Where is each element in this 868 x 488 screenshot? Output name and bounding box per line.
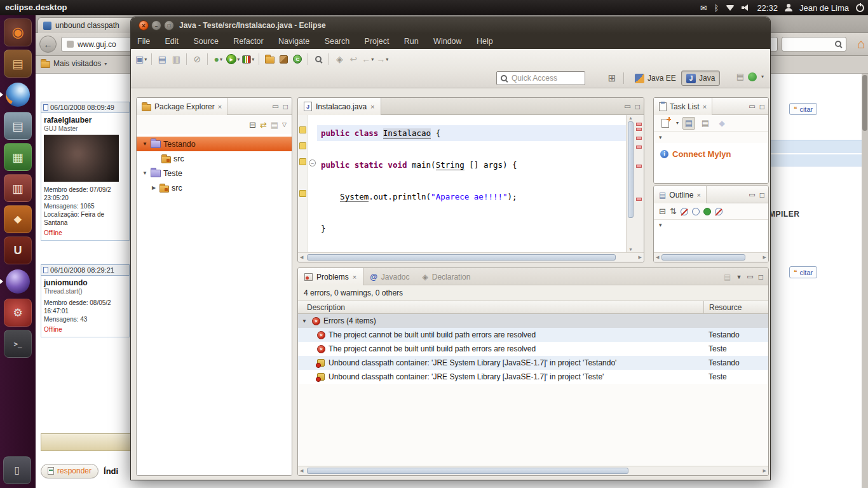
expander-icon[interactable]: ▶ (151, 185, 157, 191)
view-menu-icon[interactable]: ▽ (282, 121, 287, 128)
tab-problems[interactable]: Problems × (298, 268, 363, 285)
mail-icon[interactable]: ✉ (700, 4, 707, 12)
maximize-view-icon[interactable]: □ (760, 102, 764, 111)
quick-access-input[interactable]: Quick Access (496, 71, 585, 85)
search-field[interactable] (782, 37, 846, 51)
bluetooth-icon[interactable]: ᛒ (714, 4, 719, 12)
connect-mylyn-row[interactable]: i Connect Mylyn (660, 149, 768, 159)
index-label[interactable]: Índi (104, 466, 118, 476)
problem-row[interactable]: × The project cannot be built until buil… (298, 328, 768, 342)
maximize-view-icon[interactable]: □ (760, 191, 764, 200)
code-editor[interactable]: – public class Instalacao { public stati… (298, 115, 644, 252)
launcher-item-text-editor[interactable]: ▤ (4, 112, 32, 140)
minimize-view-icon[interactable]: ▭ (272, 102, 278, 111)
minimize-view-icon[interactable]: ▭ (749, 191, 755, 199)
new-wizard-button[interactable]: ▣▾ (135, 52, 147, 66)
browser-scrollbar[interactable] (862, 74, 868, 488)
maximize-view-icon[interactable]: □ (635, 102, 640, 111)
wifi-icon[interactable] (726, 5, 735, 11)
minimize-view-icon[interactable]: ▭ (747, 273, 753, 281)
editor-horizontal-scrollbar[interactable]: ◀ ▶ (298, 252, 644, 262)
scheduled-view-button[interactable]: ▤ (699, 117, 712, 130)
new-class-button[interactable]: C (291, 52, 304, 66)
open-search-button[interactable] (312, 52, 325, 66)
editor-vertical-scrollbar[interactable]: ▲ ▼ (626, 115, 635, 252)
close-icon[interactable]: × (703, 103, 707, 111)
close-icon[interactable]: × (218, 103, 222, 111)
new-package-button[interactable] (277, 52, 290, 66)
close-window-button[interactable]: × (139, 20, 149, 30)
hide-static-icon[interactable] (692, 208, 700, 215)
save-button[interactable]: ▤ (156, 52, 168, 66)
menu-window[interactable]: Window (427, 34, 468, 49)
menu-source[interactable]: Source (187, 34, 225, 49)
tab-declaration[interactable]: ◈ Declaration (416, 268, 477, 285)
error-mark[interactable] (636, 146, 642, 149)
scroll-right-icon[interactable]: ▶ (763, 468, 766, 473)
new-task-button[interactable] (659, 117, 672, 130)
hide-non-public-icon[interactable] (703, 208, 711, 215)
error-mark[interactable] (636, 128, 642, 131)
reply-button[interactable]: responder (41, 464, 98, 478)
menu-edit[interactable]: Edit (159, 34, 186, 49)
skip-breakpoints-button[interactable]: ⊘ (191, 52, 203, 66)
scroll-thumb[interactable] (307, 468, 628, 474)
minimize-window-button[interactable]: – (151, 20, 161, 30)
annotation-button[interactable]: ◈ (333, 52, 346, 66)
launcher-item-photos[interactable]: ◆ (4, 205, 32, 233)
collapse-fold-icon[interactable]: – (309, 159, 316, 166)
post-username[interactable]: rafaelglauber (44, 116, 126, 125)
quote-button[interactable]: ❝ citar (789, 103, 817, 115)
power-icon[interactable] (856, 4, 864, 12)
coverage-button[interactable]: ▾ (241, 52, 255, 66)
debug-button[interactable]: ●▾ (212, 52, 224, 66)
focus-workweek-button[interactable]: ◆ (715, 117, 728, 130)
maximize-view-icon[interactable]: □ (283, 102, 288, 111)
chevron-down-icon[interactable]: ▾ (659, 222, 662, 228)
tab-outline[interactable]: ▤ Outline × (654, 186, 707, 203)
expander-icon[interactable]: ▼ (302, 318, 307, 324)
scroll-up-icon[interactable]: ▲ (627, 116, 635, 120)
perspective-java-ee[interactable]: Java EE (630, 71, 681, 86)
errors-group-row[interactable]: ▼ × Errors (4 items) (298, 314, 768, 328)
filter-icon[interactable]: ▤ (724, 273, 731, 281)
hide-fields-icon[interactable] (681, 208, 688, 215)
new-java-project-button[interactable] (263, 52, 276, 66)
last-edit-button[interactable]: ↩ (347, 52, 360, 66)
menu-run[interactable]: Run (398, 34, 425, 49)
scroll-thumb[interactable] (628, 121, 634, 218)
overview-ruler[interactable] (635, 115, 644, 252)
sort-icon[interactable]: ⇅ (670, 207, 677, 215)
focus-icon[interactable]: ▤ (271, 121, 278, 129)
launcher-item-presentation[interactable]: ▥ (4, 174, 32, 202)
menu-navigate[interactable]: Navigate (272, 34, 316, 49)
home-icon[interactable]: ⌂ (853, 34, 868, 53)
back-button[interactable]: ← (39, 36, 57, 53)
error-mark[interactable] (636, 137, 642, 140)
hide-local-types-icon[interactable] (715, 208, 722, 215)
menu-project[interactable]: Project (358, 34, 396, 49)
menu-help[interactable]: Help (470, 34, 499, 49)
launcher-item-settings[interactable]: ⚙ (4, 299, 32, 327)
launcher-item-software-center[interactable]: U (4, 236, 32, 264)
categorized-view-button[interactable]: ▤ (682, 117, 695, 130)
browser-tab[interactable]: unbound classpath (37, 17, 139, 33)
globe-icon[interactable] (748, 72, 757, 81)
launcher-item-spreadsheet[interactable]: ▦ (4, 143, 32, 171)
open-perspective-button[interactable]: ⊞ (604, 71, 620, 85)
launcher-item-firefox[interactable] (4, 81, 32, 109)
scroll-left-icon[interactable]: ◀ (300, 468, 303, 473)
user-icon[interactable] (785, 4, 792, 11)
error-mark[interactable] (636, 198, 642, 201)
error-mark[interactable] (636, 123, 642, 126)
chevron-down-icon[interactable]: ▾ (659, 134, 662, 140)
maximize-view-icon[interactable]: □ (759, 273, 763, 281)
maximize-window-button[interactable]: □ (164, 20, 174, 30)
record-icon[interactable]: ▤ (736, 72, 744, 81)
column-description[interactable]: Description (307, 301, 345, 314)
print-button[interactable]: ▥ (170, 52, 182, 66)
tree-item-project-testando[interactable]: ▼ Testando (137, 137, 292, 151)
clock[interactable]: 22:32 (757, 3, 778, 13)
launcher-item-terminal[interactable]: >_ (4, 330, 32, 358)
tab-task-list[interactable]: Task List × (654, 98, 712, 115)
